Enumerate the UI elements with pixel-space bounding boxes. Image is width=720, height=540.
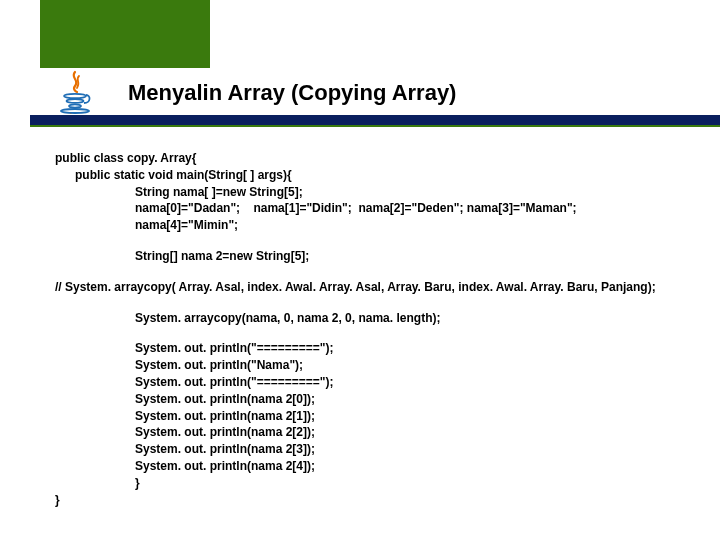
code-line: nama[4]="Mimin"; <box>55 217 720 234</box>
code-line: System. arraycopy(nama, 0, nama 2, 0, na… <box>55 310 720 327</box>
code-line: } <box>55 475 720 492</box>
code-line: System. out. println(nama 2[0]); <box>55 391 720 408</box>
title-underline-accent <box>30 125 720 127</box>
code-block: public class copy. Array{ public static … <box>55 150 720 508</box>
code-line: System. out. println(nama 2[4]); <box>55 458 720 475</box>
code-line: String nama[ ]=new String[5]; <box>55 184 720 201</box>
code-line: System. out. println(nama 2[1]); <box>55 408 720 425</box>
svg-point-0 <box>64 94 86 98</box>
code-line: System. out. println(nama 2[2]); <box>55 424 720 441</box>
code-line: System. out. println("Nama"); <box>55 357 720 374</box>
code-line: String[] nama 2=new String[5]; <box>55 248 720 265</box>
slide-title: Menyalin Array (Copying Array) <box>128 80 456 106</box>
top-accent-block <box>40 0 210 68</box>
code-line: // System. arraycopy( Array. Asal, index… <box>55 279 720 296</box>
code-line: } <box>55 492 720 509</box>
code-line: System. out. println(nama 2[3]); <box>55 441 720 458</box>
svg-text:Java: Java <box>69 112 82 114</box>
code-line: System. out. println("========="); <box>55 340 720 357</box>
java-logo-icon: Java <box>45 68 105 116</box>
code-line: public static void main(String[ ] args){ <box>55 167 720 184</box>
svg-point-1 <box>67 99 84 103</box>
code-line: System. out. println("========="); <box>55 374 720 391</box>
svg-point-2 <box>69 104 81 107</box>
code-line: public class copy. Array{ <box>55 150 720 167</box>
title-underline-bar <box>30 115 720 125</box>
code-line: nama[0]="Dadan"; nama[1]="Didin"; nama[2… <box>55 200 720 217</box>
